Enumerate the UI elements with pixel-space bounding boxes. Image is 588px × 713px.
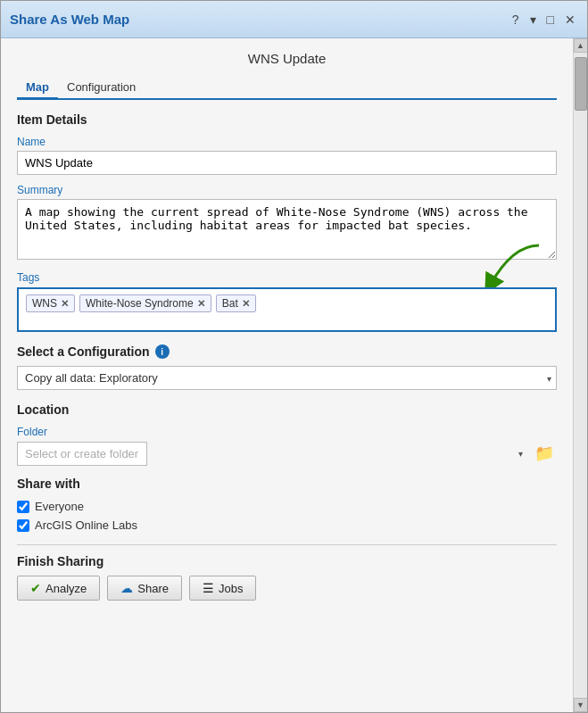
- title-bar: Share As Web Map ? ▾ □ ✕: [1, 1, 587, 38]
- analyze-label: Analyze: [46, 582, 87, 595]
- finish-sharing-section: Finish Sharing ✔ Analyze ☁ Share ☰ Jobs: [17, 544, 557, 601]
- tag-white-nose: White-Nose Syndrome ✕: [79, 294, 211, 312]
- select-config-header-row: Select a Configuration i: [17, 344, 557, 359]
- jobs-button[interactable]: ☰ Jobs: [189, 576, 256, 601]
- summary-input[interactable]: A map showing the current spread of Whit…: [17, 199, 557, 260]
- share-icon: ☁: [120, 581, 133, 595]
- tag-bat-remove[interactable]: ✕: [242, 298, 250, 310]
- tab-configuration[interactable]: Configuration: [58, 77, 145, 98]
- share-arcgis-label: ArcGIS Online Labs: [35, 518, 137, 532]
- scrollbar-thumb[interactable]: [575, 57, 587, 111]
- tag-wns: WNS ✕: [26, 294, 75, 312]
- finish-sharing-header: Finish Sharing: [17, 554, 557, 568]
- restore-button[interactable]: □: [544, 12, 557, 27]
- analyze-button[interactable]: ✔ Analyze: [17, 576, 100, 601]
- share-arcgis-checkbox[interactable]: [17, 519, 29, 532]
- share-everyone-row: Everyone: [17, 500, 557, 513]
- select-config-label: Select a Configuration: [17, 344, 150, 359]
- share-everyone-checkbox[interactable]: [17, 501, 29, 513]
- scrollbar: ▲ ▼: [573, 38, 587, 712]
- config-dropdown-wrapper: Copy all data: Exploratory ▾: [17, 366, 557, 390]
- analyze-icon: ✔: [30, 581, 41, 595]
- scrollbar-track: [574, 53, 587, 698]
- name-input[interactable]: [17, 151, 557, 175]
- scroll-up-arrow[interactable]: ▲: [574, 38, 588, 53]
- tags-wrapper: WNS ✕ White-Nose Syndrome ✕ Bat ✕: [17, 287, 557, 332]
- folder-icon: 📁: [534, 444, 554, 463]
- tab-map[interactable]: Map: [17, 77, 58, 100]
- content-area: WNS Update Map Configuration Item Detail…: [1, 38, 587, 712]
- location-header: Location: [17, 402, 557, 417]
- page-title: WNS Update: [17, 51, 557, 66]
- minimize-button[interactable]: ▾: [527, 12, 539, 27]
- share-with-header: Share with: [17, 477, 557, 491]
- main-window: Share As Web Map ? ▾ □ ✕ WNS Update Map …: [0, 0, 588, 713]
- folder-dropdown-wrapper: Select or create folder ▾: [17, 442, 528, 466]
- help-button[interactable]: ?: [509, 12, 522, 27]
- window-title: Share As Web Map: [10, 12, 129, 27]
- config-dropdown[interactable]: Copy all data: Exploratory: [17, 366, 557, 390]
- item-details-header: Item Details: [17, 112, 557, 127]
- tag-white-nose-remove[interactable]: ✕: [197, 298, 205, 310]
- folder-dropdown[interactable]: Select or create folder: [17, 442, 147, 466]
- name-label: Name: [17, 136, 557, 148]
- tag-white-nose-label: White-Nose Syndrome: [86, 297, 194, 310]
- tag-wns-remove[interactable]: ✕: [61, 298, 69, 310]
- jobs-label: Jobs: [219, 582, 243, 595]
- tag-bat-label: Bat: [222, 297, 238, 310]
- scroll-down-arrow[interactable]: ▼: [574, 698, 588, 712]
- tag-bat: Bat ✕: [216, 294, 256, 312]
- folder-browse-button[interactable]: 📁: [532, 441, 557, 466]
- tags-label: Tags: [17, 271, 557, 284]
- close-button[interactable]: ✕: [562, 12, 578, 27]
- share-button[interactable]: ☁ Share: [107, 576, 182, 601]
- tab-bar: Map Configuration: [17, 77, 557, 100]
- window-controls: ? ▾ □ ✕: [509, 12, 578, 27]
- tag-wns-label: WNS: [32, 297, 57, 310]
- location-section: Location Folder Select or create folder …: [17, 402, 557, 466]
- summary-label: Summary: [17, 184, 557, 196]
- share-arcgis-row: ArcGIS Online Labs: [17, 518, 557, 532]
- share-label: Share: [137, 582, 169, 595]
- button-row: ✔ Analyze ☁ Share ☰ Jobs: [17, 576, 557, 601]
- folder-label: Folder: [17, 426, 557, 438]
- item-details-section: Item Details Name Summary A map showing …: [17, 112, 557, 332]
- info-icon[interactable]: i: [155, 344, 170, 359]
- folder-dropdown-arrow: ▾: [518, 449, 523, 459]
- main-panel: WNS Update Map Configuration Item Detail…: [1, 38, 573, 712]
- tags-container[interactable]: WNS ✕ White-Nose Syndrome ✕ Bat ✕: [17, 287, 557, 332]
- share-with-section: Share with Everyone ArcGIS Online Labs: [17, 477, 557, 532]
- folder-row: Select or create folder ▾ 📁: [17, 441, 557, 466]
- share-everyone-label: Everyone: [35, 500, 84, 513]
- jobs-icon: ☰: [203, 581, 214, 595]
- select-config-section: Select a Configuration i Copy all data: …: [17, 344, 557, 390]
